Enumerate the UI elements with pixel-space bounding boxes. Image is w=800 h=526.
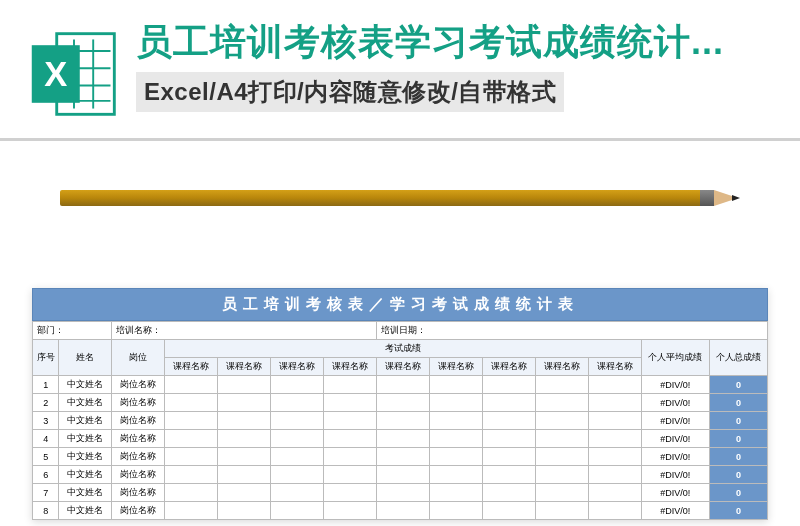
- cell-seq: 3: [33, 412, 59, 430]
- cell-course: [482, 394, 535, 412]
- cell-course: [588, 502, 641, 520]
- cell-course: [588, 466, 641, 484]
- th-course: 课程名称: [535, 358, 588, 376]
- meta-row: 部门： 培训名称： 培训日期：: [33, 322, 768, 340]
- th-course: 课程名称: [271, 358, 324, 376]
- th-course: 课程名称: [588, 358, 641, 376]
- cell-course: [482, 430, 535, 448]
- cell-course: [376, 376, 429, 394]
- cell-course: [588, 412, 641, 430]
- cell-course: [535, 376, 588, 394]
- th-course: 课程名称: [324, 358, 377, 376]
- cell-seq: 2: [33, 394, 59, 412]
- page-subtitle: Excel/A4打印/内容随意修改/自带格式: [136, 72, 564, 112]
- cell-avg: #DIV/0!: [641, 376, 710, 394]
- cell-course: [271, 466, 324, 484]
- cell-course: [271, 484, 324, 502]
- table-row: 7中文姓名岗位名称#DIV/0!0: [33, 484, 768, 502]
- th-course: 课程名称: [429, 358, 482, 376]
- cell-course: [324, 430, 377, 448]
- cell-course: [535, 394, 588, 412]
- cell-avg: #DIV/0!: [641, 448, 710, 466]
- cell-course: [482, 484, 535, 502]
- cell-course: [218, 412, 271, 430]
- header-area: X 员工培训考核表学习考试成绩统计... Excel/A4打印/内容随意修改/自…: [0, 0, 800, 230]
- cell-name: 中文姓名: [59, 412, 112, 430]
- th-seq: 序号: [33, 340, 59, 376]
- header-row-1: 序号 姓名 岗位 考试成绩 个人平均成绩 个人总成绩: [33, 340, 768, 358]
- cell-course: [271, 376, 324, 394]
- cell-course: [376, 502, 429, 520]
- page-title: 员工培训考核表学习考试成绩统计...: [136, 18, 724, 67]
- cell-course: [535, 412, 588, 430]
- cell-course: [429, 394, 482, 412]
- dept-label: 部门：: [33, 322, 112, 340]
- cell-course: [218, 502, 271, 520]
- table-row: 5中文姓名岗位名称#DIV/0!0: [33, 448, 768, 466]
- cell-position: 岗位名称: [112, 412, 165, 430]
- cell-name: 中文姓名: [59, 502, 112, 520]
- table-row: 8中文姓名岗位名称#DIV/0!0: [33, 502, 768, 520]
- cell-course: [271, 412, 324, 430]
- cell-course: [165, 448, 218, 466]
- cell-position: 岗位名称: [112, 466, 165, 484]
- cell-course: [165, 466, 218, 484]
- cell-course: [165, 430, 218, 448]
- cell-avg: #DIV/0!: [641, 466, 710, 484]
- cell-course: [376, 412, 429, 430]
- cell-course: [376, 448, 429, 466]
- table-title: 员工培训考核表／学习考试成绩统计表: [32, 288, 768, 321]
- cell-course: [271, 502, 324, 520]
- cell-course: [588, 394, 641, 412]
- cell-total: 0: [710, 484, 768, 502]
- th-exam-group: 考试成绩: [165, 340, 641, 358]
- th-position: 岗位: [112, 340, 165, 376]
- cell-avg: #DIV/0!: [641, 430, 710, 448]
- cell-course: [482, 466, 535, 484]
- cell-course: [324, 448, 377, 466]
- cell-avg: #DIV/0!: [641, 394, 710, 412]
- cell-course: [429, 484, 482, 502]
- cell-course: [482, 412, 535, 430]
- cell-course: [218, 484, 271, 502]
- cell-course: [218, 394, 271, 412]
- cell-name: 中文姓名: [59, 466, 112, 484]
- cell-name: 中文姓名: [59, 394, 112, 412]
- cell-course: [482, 502, 535, 520]
- cell-course: [165, 412, 218, 430]
- spreadsheet-preview: 员工培训考核表／学习考试成绩统计表 部门： 培训名称： 培训日期： 序号 姓名 …: [32, 288, 768, 520]
- cell-course: [324, 502, 377, 520]
- th-name: 姓名: [59, 340, 112, 376]
- cell-total: 0: [710, 466, 768, 484]
- cell-course: [324, 484, 377, 502]
- cell-course: [218, 376, 271, 394]
- svg-text:X: X: [44, 55, 67, 93]
- divider: [0, 138, 800, 141]
- cell-course: [535, 466, 588, 484]
- cell-position: 岗位名称: [112, 448, 165, 466]
- cell-total: 0: [710, 394, 768, 412]
- cell-course: [324, 412, 377, 430]
- cell-course: [535, 430, 588, 448]
- th-course: 课程名称: [376, 358, 429, 376]
- th-total: 个人总成绩: [710, 340, 768, 376]
- cell-course: [376, 466, 429, 484]
- cell-course: [271, 394, 324, 412]
- cell-course: [482, 448, 535, 466]
- cell-course: [429, 412, 482, 430]
- cell-avg: #DIV/0!: [641, 484, 710, 502]
- cell-total: 0: [710, 430, 768, 448]
- th-course: 课程名称: [165, 358, 218, 376]
- data-table: 部门： 培训名称： 培训日期： 序号 姓名 岗位 考试成绩 个人平均成绩 个人总…: [32, 321, 768, 520]
- cell-name: 中文姓名: [59, 376, 112, 394]
- table-row: 6中文姓名岗位名称#DIV/0!0: [33, 466, 768, 484]
- cell-course: [588, 430, 641, 448]
- th-course: 课程名称: [218, 358, 271, 376]
- table-row: 2中文姓名岗位名称#DIV/0!0: [33, 394, 768, 412]
- cell-course: [218, 430, 271, 448]
- table-row: 3中文姓名岗位名称#DIV/0!0: [33, 412, 768, 430]
- cell-name: 中文姓名: [59, 484, 112, 502]
- cell-total: 0: [710, 502, 768, 520]
- cell-course: [429, 466, 482, 484]
- cell-course: [588, 448, 641, 466]
